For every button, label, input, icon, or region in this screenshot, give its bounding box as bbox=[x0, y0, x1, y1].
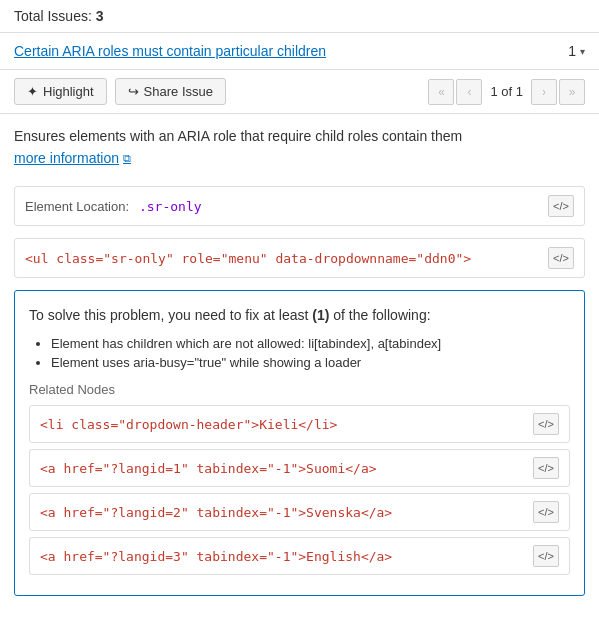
total-issues-label: Total Issues: bbox=[14, 8, 92, 24]
highlight-label: Highlight bbox=[43, 84, 94, 99]
related-node-row: <a href="?langid=3" tabindex="-1">Englis… bbox=[29, 537, 570, 575]
fix-list-item: Element uses aria-busy="true" while show… bbox=[51, 355, 570, 370]
nav-page-info: 1 of 1 bbox=[484, 84, 529, 99]
external-link-icon: ⧉ bbox=[123, 152, 131, 165]
element-location-code-button[interactable]: </> bbox=[548, 195, 574, 217]
element-location-content: Element Location: .sr-only bbox=[25, 198, 202, 214]
related-node-row: <a href="?langid=1" tabindex="-1">Suomi<… bbox=[29, 449, 570, 487]
element-code-html: <ul class="sr-only" role="menu" data-dro… bbox=[25, 251, 471, 266]
share-icon: ↪ bbox=[128, 84, 139, 99]
fix-title-suffix: of the following: bbox=[329, 307, 430, 323]
issue-header: Certain ARIA roles must contain particul… bbox=[0, 33, 599, 70]
highlight-icon: ✦ bbox=[27, 84, 38, 99]
related-node-code-button[interactable]: </> bbox=[533, 501, 559, 523]
element-location-label: Element Location: bbox=[25, 199, 129, 214]
related-node-row: <a href="?langid=2" tabindex="-1">Svensk… bbox=[29, 493, 570, 531]
share-label: Share Issue bbox=[144, 84, 213, 99]
element-code-row: <ul class="sr-only" role="menu" data-dro… bbox=[25, 247, 574, 269]
nav-controls: « ‹ 1 of 1 › » bbox=[428, 79, 585, 105]
related-node-code: <li class="dropdown-header">Kieli</li> bbox=[40, 417, 337, 432]
element-location-selector: .sr-only bbox=[139, 199, 202, 214]
share-issue-button[interactable]: ↪ Share Issue bbox=[115, 78, 226, 105]
description-text: Ensures elements with an ARIA role that … bbox=[14, 128, 585, 144]
related-node-code-button[interactable]: </> bbox=[533, 545, 559, 567]
related-node-code: <a href="?langid=1" tabindex="-1">Suomi<… bbox=[40, 461, 377, 476]
nav-first-button[interactable]: « bbox=[428, 79, 454, 105]
fix-list-item: Element has children which are not allow… bbox=[51, 336, 570, 351]
description-section: Ensures elements with an ARIA role that … bbox=[0, 114, 599, 174]
chevron-down-icon[interactable]: ▾ bbox=[580, 46, 585, 57]
fix-title: To solve this problem, you need to fix a… bbox=[29, 305, 570, 326]
action-bar: ✦ Highlight ↪ Share Issue « ‹ 1 of 1 › » bbox=[0, 70, 599, 114]
element-location-box: Element Location: .sr-only </> bbox=[14, 186, 585, 226]
related-nodes-label: Related Nodes bbox=[29, 382, 570, 397]
more-info-link[interactable]: more information ⧉ bbox=[14, 150, 131, 166]
fix-list: Element has children which are not allow… bbox=[29, 336, 570, 370]
related-node-code-button[interactable]: </> bbox=[533, 457, 559, 479]
total-issues-bar: Total Issues: 3 bbox=[0, 0, 599, 33]
issue-title-link[interactable]: Certain ARIA roles must contain particul… bbox=[14, 43, 326, 59]
fix-title-highlight: (1) bbox=[312, 307, 329, 323]
nav-last-button[interactable]: » bbox=[559, 79, 585, 105]
element-code-icon-button[interactable]: </> bbox=[548, 247, 574, 269]
element-code-block: <ul class="sr-only" role="menu" data-dro… bbox=[14, 238, 585, 278]
more-info-label: more information bbox=[14, 150, 119, 166]
issue-count-number: 1 bbox=[568, 43, 576, 59]
total-issues-count: 3 bbox=[96, 8, 104, 24]
related-node-code: <a href="?langid=3" tabindex="-1">Englis… bbox=[40, 549, 392, 564]
nav-next-button[interactable]: › bbox=[531, 79, 557, 105]
related-node-row: <li class="dropdown-header">Kieli</li> <… bbox=[29, 405, 570, 443]
fix-title-prefix: To solve this problem, you need to fix a… bbox=[29, 307, 312, 323]
nav-prev-button[interactable]: ‹ bbox=[456, 79, 482, 105]
issue-count: 1 ▾ bbox=[568, 43, 585, 59]
related-node-code-button[interactable]: </> bbox=[533, 413, 559, 435]
related-node-code: <a href="?langid=2" tabindex="-1">Svensk… bbox=[40, 505, 392, 520]
fix-section: To solve this problem, you need to fix a… bbox=[14, 290, 585, 596]
highlight-button[interactable]: ✦ Highlight bbox=[14, 78, 107, 105]
